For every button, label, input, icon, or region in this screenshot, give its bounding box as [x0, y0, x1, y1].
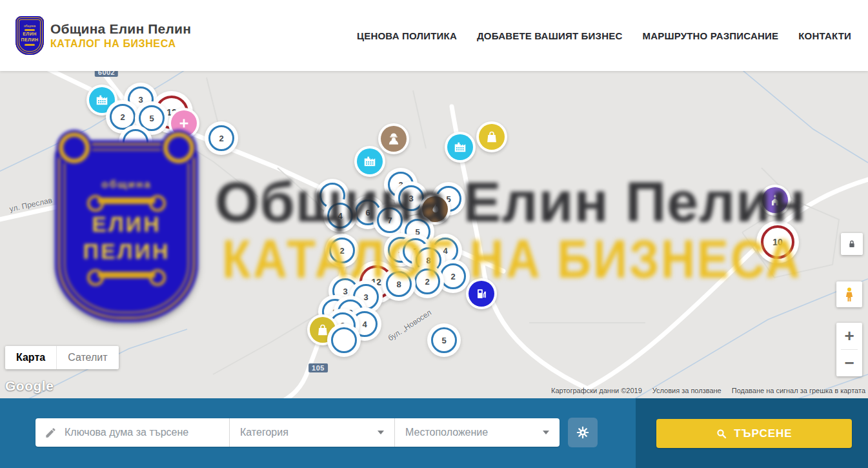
- category-pin-worker[interactable]: [381, 126, 407, 152]
- zoom-control: + −: [836, 323, 862, 376]
- zoom-out-button[interactable]: −: [836, 350, 862, 376]
- cluster-marker[interactable]: [123, 129, 148, 155]
- cluster-marker[interactable]: 2: [440, 263, 466, 289]
- site-subtitle: КАТАЛОГ НА БИЗНЕСА: [50, 38, 191, 50]
- search-button[interactable]: ТЪРСЕНЕ: [656, 419, 852, 448]
- bag-icon: [479, 124, 505, 150]
- search-button-label: ТЪРСЕНЕ: [734, 427, 792, 440]
- category-pin-church[interactable]: [762, 187, 788, 213]
- cluster-marker[interactable]: 4: [327, 203, 353, 229]
- cluster-marker[interactable]: 2: [110, 104, 136, 130]
- cluster-marker[interactable]: 2: [329, 238, 355, 263]
- cluster-marker[interactable]: 8: [386, 271, 412, 297]
- map-attribution: Картографски данни ©2019Условия за ползв…: [551, 387, 865, 394]
- location-select[interactable]: Местоположение: [394, 418, 560, 447]
- emblem-ornament: [25, 29, 35, 31]
- search-fields: Категория Местоположение: [35, 418, 560, 447]
- location-select-value: Местоположение: [405, 427, 543, 438]
- worker-icon: [381, 126, 407, 152]
- fuel-icon: [469, 281, 494, 307]
- category-pin-bag[interactable]: [479, 124, 505, 150]
- category-pin-factory[interactable]: [357, 148, 383, 174]
- category-pin-fuel[interactable]: [469, 281, 494, 307]
- emblem-ornament: [25, 44, 35, 46]
- category-pin-flame[interactable]: [422, 196, 448, 222]
- category-pin-plus[interactable]: [171, 110, 197, 136]
- factory-icon: [447, 134, 473, 160]
- emblem-name-line2: ПЕЛИН: [21, 37, 38, 43]
- nav-item-3[interactable]: КОНТАКТИ: [798, 30, 851, 41]
- main-nav: ЦЕНОВА ПОЛИТИКАДОБАВЕТЕ ВАШИЯТ БИЗНЕСМАР…: [357, 30, 851, 41]
- category-pin-factory[interactable]: [447, 134, 473, 160]
- header: община ЕЛИН ПЕЛИН Община Елин Пелин КАТА…: [0, 0, 868, 71]
- church-icon: [762, 187, 788, 213]
- cluster-marker[interactable]: 2: [414, 269, 440, 294]
- attribution-link[interactable]: Подаване на сигнал за грешка в картата: [732, 387, 865, 394]
- attribution-link[interactable]: Условия за ползване: [652, 387, 722, 394]
- search-icon: [716, 428, 727, 440]
- map-type-control: Карта Сателит: [5, 346, 119, 369]
- factory-icon: [357, 148, 383, 174]
- site-logo[interactable]: община ЕЛИН ПЕЛИН Община Елин Пелин КАТА…: [15, 16, 191, 55]
- cluster-marker[interactable]: 7: [377, 207, 403, 233]
- nav-item-1[interactable]: ДОБАВЕТЕ ВАШИЯТ БИЗНЕС: [477, 30, 622, 41]
- search-bar: Категория Местоположение: [0, 398, 868, 468]
- site-title: Община Елин Пелин: [50, 21, 191, 37]
- cluster-marker[interactable]: 4: [352, 311, 378, 337]
- road-shield-label: 6002: [95, 71, 118, 77]
- google-logo[interactable]: Google: [5, 378, 54, 394]
- gear-icon: [576, 425, 590, 440]
- category-select-value: Категория: [240, 427, 378, 438]
- map-canvas[interactable]: община ЕЛИН ПЕЛИН Община Елин Пелин КАТА…: [0, 71, 868, 398]
- chevron-down-icon: [543, 431, 549, 434]
- category-pin-factory[interactable]: [89, 87, 115, 113]
- keyword-field: [35, 418, 229, 447]
- pegman-icon: [842, 287, 857, 302]
- chevron-down-icon: [378, 431, 384, 434]
- nav-item-0[interactable]: ЦЕНОВА ПОЛИТИКА: [357, 30, 457, 41]
- attribution-text: Картографски данни ©2019: [551, 387, 642, 394]
- municipality-emblem-icon: община ЕЛИН ПЕЛИН: [15, 16, 44, 55]
- emblem-name-line1: ЕЛИН: [23, 32, 37, 37]
- category-select[interactable]: Категория: [229, 418, 394, 447]
- map-type-satellite-button[interactable]: Сателит: [56, 346, 118, 369]
- cluster-marker[interactable]: 2: [208, 125, 234, 151]
- cluster-marker[interactable]: 10: [761, 225, 794, 259]
- emblem-top-text: община: [24, 24, 35, 28]
- lock-button[interactable]: [841, 233, 863, 255]
- pencil-icon: [45, 427, 57, 439]
- street-view-pegman[interactable]: [836, 281, 862, 307]
- advanced-settings-button[interactable]: [568, 418, 598, 447]
- map-type-map-button[interactable]: Карта: [5, 346, 56, 369]
- cluster-marker[interactable]: [331, 327, 357, 353]
- cluster-marker[interactable]: 5: [139, 105, 165, 131]
- factory-icon: [89, 87, 115, 113]
- lock-icon: [847, 239, 857, 249]
- cluster-marker[interactable]: 5: [431, 327, 457, 353]
- nav-item-2[interactable]: МАРШРУТНО РАЗПИСАНИЕ: [642, 30, 778, 41]
- keyword-input[interactable]: [63, 426, 214, 439]
- road-shield-label: 105: [308, 363, 328, 372]
- plus-icon: [171, 110, 197, 136]
- flame-icon: [422, 196, 448, 222]
- cluster-marker[interactable]: 3: [398, 185, 424, 211]
- zoom-in-button[interactable]: +: [836, 323, 862, 349]
